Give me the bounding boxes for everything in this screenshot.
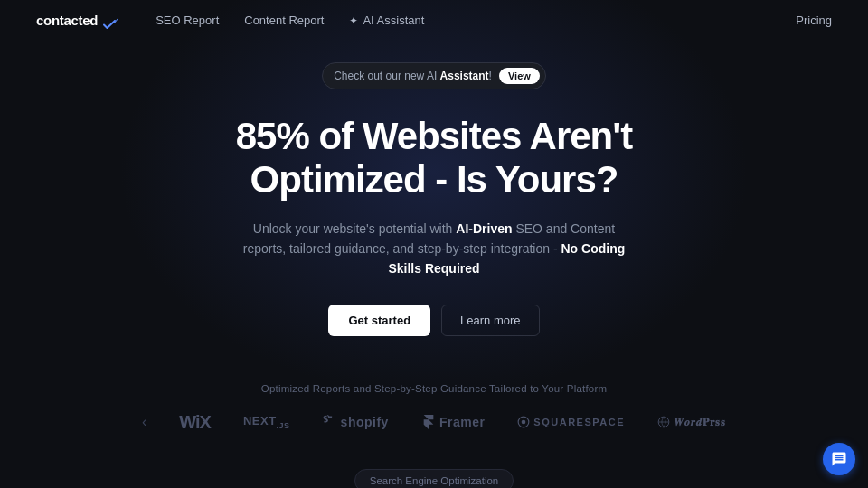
platforms-prev-arrow[interactable]: ‹: [142, 414, 146, 430]
hero-subtitle-bold: AI-Driven: [456, 221, 512, 236]
shopify-icon: [323, 415, 337, 429]
wix-label: WiX: [179, 412, 211, 433]
hero-badge-text: Check out our new AI Assistant!: [334, 70, 492, 82]
hero-subtitle-no-coding: No Coding Skills Required: [388, 241, 625, 276]
learn-more-button[interactable]: Learn more: [441, 305, 539, 336]
nav-links: SEO Report Content Report ✦ AI Assistant…: [156, 14, 832, 27]
nav-ai-assistant[interactable]: ✦ AI Assistant: [349, 14, 424, 27]
platform-wordpress: 𝑾𝒐𝒓𝒅𝐏𝐫𝐬𝐬: [657, 416, 726, 428]
platform-squarespace: SQUARESPACE: [517, 416, 625, 428]
hero-title: 85% of Websites Aren't Optimized - Is Yo…: [181, 115, 687, 202]
platform-shopify: shopify: [323, 415, 389, 429]
nav-pricing[interactable]: Pricing: [796, 14, 832, 27]
platform-nextjs: NEXT.JS: [243, 414, 290, 430]
ai-spark-icon: ✦: [349, 14, 358, 27]
svg-point-1: [522, 420, 526, 425]
hero-section: Check out our new AI Assistant! View 85%…: [0, 41, 868, 383]
seo-badge: Search Engine Optimization: [354, 469, 514, 488]
platforms-section: Optimized Reports and Step-by-Step Guida…: [0, 383, 868, 447]
nextjs-label: NEXT.JS: [243, 414, 290, 430]
hero-badge[interactable]: Check out our new AI Assistant! View: [322, 62, 546, 89]
platform-wix: WiX: [179, 412, 211, 433]
squarespace-icon: [517, 416, 530, 428]
wordpress-label: 𝑾𝒐𝒓𝒅𝐏𝐫𝐬𝐬: [674, 416, 726, 428]
navbar: contacted SEO Report Content Report ✦ AI…: [0, 0, 868, 41]
nav-seo-report[interactable]: SEO Report: [156, 14, 219, 27]
chat-button[interactable]: [823, 443, 855, 475]
logo-text: contacted: [36, 13, 98, 28]
hero-badge-highlight: Assistant: [440, 70, 489, 82]
hero-buttons: Get started Learn more: [328, 305, 539, 336]
platform-framer: Framer: [421, 415, 485, 429]
seo-badge-row: Search Engine Optimization: [0, 469, 868, 488]
wordpress-icon: [657, 416, 670, 428]
framer-label: Framer: [439, 415, 485, 429]
hero-subtitle: Unlock your website's potential with AI-…: [235, 219, 633, 279]
get-started-button[interactable]: Get started: [328, 305, 430, 336]
logo[interactable]: contacted: [36, 13, 119, 28]
platforms-row: ‹ WiX NEXT.JS shopify Framer SQUARESPACE: [88, 412, 780, 433]
shopify-label: shopify: [341, 415, 389, 429]
framer-icon: [421, 415, 436, 429]
squarespace-label: SQUARESPACE: [533, 417, 625, 427]
chat-icon: [831, 451, 847, 467]
logo-checkmark-icon: [103, 15, 119, 26]
hero-badge-view-button[interactable]: View: [499, 68, 540, 84]
nav-content-report[interactable]: Content Report: [244, 14, 324, 27]
platforms-tagline: Optimized Reports and Step-by-Step Guida…: [261, 383, 607, 394]
